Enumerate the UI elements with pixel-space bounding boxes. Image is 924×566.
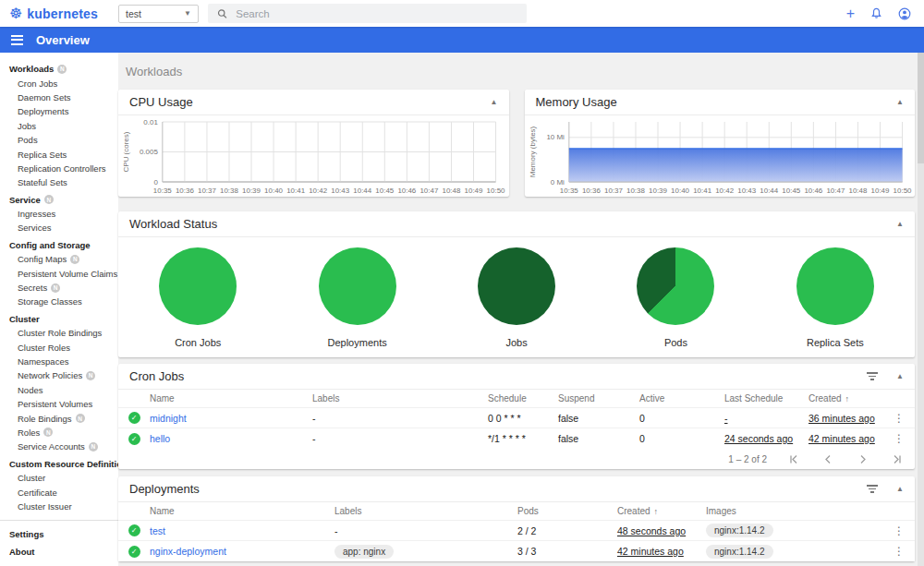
namespace-selector[interactable]: test ▼ (118, 5, 199, 23)
cron-job-name-link[interactable]: midnight (150, 413, 312, 424)
last-schedule-cell: 24 seconds ago (724, 433, 808, 444)
column-header-schedule[interactable]: Schedule (488, 393, 558, 403)
deployment-name-link[interactable]: nginx-deployment (150, 546, 334, 557)
kubernetes-logo[interactable]: ☸ kubernetes (0, 6, 118, 21)
sidebar-item-about[interactable]: About (0, 545, 118, 559)
sidebar-item-cluster-roles[interactable]: Cluster Roles (0, 340, 118, 354)
search-icon (217, 8, 227, 19)
notifications-icon[interactable] (870, 7, 882, 19)
sidebar-item-custom-resource-definitions[interactable]: Custom Resource Definitions (0, 457, 118, 471)
sidebar-item-stateful-sets[interactable]: Stateful Sets (0, 175, 118, 189)
sidebar-item-workloads[interactable]: WorkloadsN (0, 62, 118, 76)
prev-page-icon[interactable] (823, 454, 833, 464)
sidebar-item-storage-classes[interactable]: Storage Classes (0, 295, 118, 308)
svg-text:10:40: 10:40 (671, 187, 689, 195)
sidebar-item-roles[interactable]: RolesN (0, 426, 118, 440)
sidebar-item-ingresses[interactable]: Ingresses (0, 207, 118, 221)
kebab-menu-icon[interactable]: ⋮ (883, 432, 915, 445)
sidebar-item-certificate[interactable]: Certificate (0, 485, 118, 499)
next-page-icon[interactable] (857, 454, 868, 464)
cron-job-name-link[interactable]: hello (150, 433, 312, 444)
sidebar-item-pods[interactable]: Pods (0, 133, 118, 147)
sidebar-item-network-policies[interactable]: Network PoliciesN (0, 368, 118, 382)
column-header-labels[interactable]: Labels (312, 393, 488, 403)
sidebar-item-jobs[interactable]: Jobs (0, 119, 118, 133)
search-input[interactable] (236, 8, 517, 19)
deployment-name-link[interactable]: test (150, 525, 334, 536)
svg-text:10 Mi: 10 Mi (546, 133, 565, 141)
create-resource-button[interactable]: + (846, 6, 855, 21)
column-header-label: Pods (517, 506, 539, 516)
sidebar-item-service[interactable]: ServiceN (0, 193, 118, 207)
column-header-pods[interactable]: Pods (517, 506, 617, 516)
svg-text:10:46: 10:46 (397, 187, 416, 195)
scrollbar-thumb[interactable] (918, 53, 924, 163)
sidebar-item-nodes[interactable]: Nodes (0, 383, 118, 397)
sidebar-item-label: Roles (18, 428, 40, 438)
user-account-icon[interactable] (898, 7, 911, 20)
svg-text:10:37: 10:37 (198, 187, 216, 195)
svg-text:10:40: 10:40 (264, 187, 283, 195)
column-header-images[interactable]: Images (706, 506, 883, 516)
sidebar-item-settings[interactable]: Settings (0, 527, 118, 541)
scrollbar[interactable] (918, 53, 924, 566)
sidebar-item-cluster[interactable]: Cluster (0, 312, 118, 326)
sidebar-item-persistent-volumes[interactable]: Persistent Volumes (0, 397, 118, 411)
column-header-created[interactable]: Created↑ (617, 506, 706, 516)
sidebar-item-cron-jobs[interactable]: Cron Jobs (0, 76, 118, 90)
sidebar-item-role-bindings[interactable]: Role BindingsN (0, 411, 118, 425)
sidebar-item-label: Cluster Roles (18, 343, 70, 353)
sidebar-item-daemon-sets[interactable]: Daemon Sets (0, 90, 118, 104)
menu-icon[interactable] (9, 31, 25, 49)
column-header-name[interactable]: Name (150, 393, 312, 403)
namespaced-badge: N (70, 255, 79, 264)
cpu-usage-chart: 00.0050.0110:3510:3610:3710:3810:3910:40… (118, 115, 509, 197)
filter-icon[interactable] (865, 370, 880, 382)
sidebar-item-replica-sets[interactable]: Replica Sets (0, 147, 118, 161)
namespaced-badge: N (86, 371, 95, 380)
sidebar-item-services[interactable]: Services (0, 221, 118, 235)
sidebar-item-service-accounts[interactable]: Service AccountsN (0, 440, 118, 453)
sidebar-item-secrets[interactable]: SecretsN (0, 281, 118, 295)
collapse-icon[interactable]: ▲ (896, 220, 904, 228)
sidebar-item-deployments[interactable]: Deployments (0, 104, 118, 118)
column-header-name[interactable]: Name (150, 506, 334, 516)
sidebar-item-namespaces[interactable]: Namespaces (0, 355, 118, 368)
sidebar-item-cluster[interactable]: Cluster (0, 471, 118, 485)
kubernetes-wheel-icon: ☸ (9, 6, 22, 21)
pie-label: Deployments (328, 337, 387, 348)
sidebar-item-replication-controllers[interactable]: Replication Controllers (0, 162, 118, 175)
sidebar-item-cluster-role-bindings[interactable]: Cluster Role Bindings (0, 326, 118, 340)
collapse-icon[interactable]: ▲ (896, 372, 904, 380)
sidebar-item-label: Persistent Volume Claims (18, 269, 117, 279)
collapse-icon[interactable]: ▲ (896, 98, 904, 106)
sidebar-item-label: Role Bindings (18, 414, 72, 424)
chevron-down-icon: ▼ (184, 9, 191, 18)
kebab-menu-icon[interactable]: ⋮ (883, 545, 915, 558)
sidebar-item-label: Namespaces (18, 356, 68, 367)
sidebar: WorkloadsNCron JobsDaemon SetsDeployment… (0, 53, 118, 566)
pods-cell: 2 / 2 (517, 525, 617, 536)
sidebar-item-label: Config and Storage (9, 240, 91, 250)
kebab-menu-icon[interactable]: ⋮ (883, 412, 915, 425)
kebab-menu-icon[interactable]: ⋮ (883, 524, 915, 537)
search-bar[interactable] (208, 4, 527, 23)
column-header-labels[interactable]: Labels (334, 506, 517, 516)
last-page-icon[interactable] (892, 454, 902, 464)
sidebar-item-label: Cluster (9, 314, 40, 324)
sidebar-item-label: Cluster Role Bindings (18, 328, 102, 338)
svg-text:10:48: 10:48 (442, 187, 460, 195)
column-header-last-schedule[interactable]: Last Schedule (724, 393, 808, 403)
suspend-cell: false (558, 433, 639, 444)
column-header-suspend[interactable]: Suspend (558, 393, 639, 403)
sidebar-item-cluster-issuer[interactable]: Cluster Issuer (0, 500, 118, 513)
first-page-icon[interactable] (789, 454, 799, 464)
column-header-active[interactable]: Active (639, 393, 724, 403)
collapse-icon[interactable]: ▲ (896, 485, 904, 493)
column-header-created[interactable]: Created↑ (808, 393, 883, 403)
sidebar-item-config-maps[interactable]: Config MapsN (0, 252, 118, 266)
sidebar-item-persistent-volume-claims[interactable]: Persistent Volume ClaimsN (0, 266, 118, 280)
collapse-icon[interactable]: ▲ (491, 98, 498, 106)
sidebar-item-config-and-storage[interactable]: Config and Storage (0, 238, 118, 252)
filter-icon[interactable] (865, 483, 880, 495)
